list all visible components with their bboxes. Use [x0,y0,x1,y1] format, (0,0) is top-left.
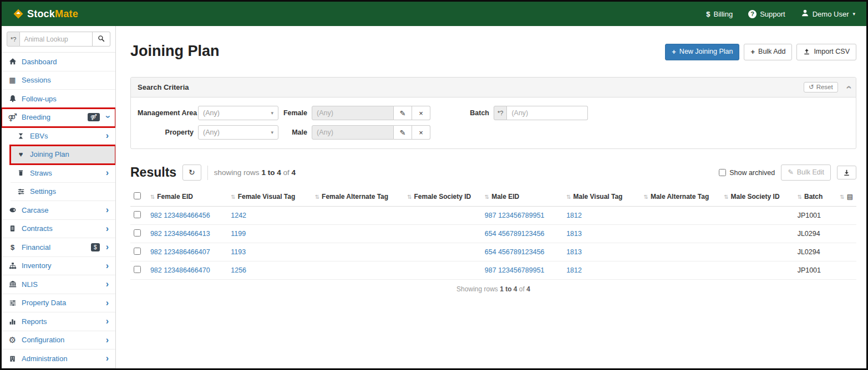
male-visual-tag-link[interactable]: 1813 [566,230,582,238]
refresh-button[interactable]: ↻ [182,165,201,181]
sort-icon: ⇅ [150,194,155,200]
bank-icon [7,280,18,288]
chevron-right-icon: › [106,317,110,326]
batch-input[interactable] [507,106,588,120]
female-eid-link[interactable]: 982 123486466413 [150,230,210,238]
property-select[interactable]: (Any) ▾ [198,125,278,140]
col-header-columns[interactable]: ⇅▤ [836,187,856,207]
male-clear-button[interactable]: × [412,125,430,140]
table-row: 982 123486466456 1242 987 123456789951 1… [130,207,856,225]
male-visual-tag-link[interactable]: 1813 [566,248,582,256]
chevron-right-icon: › [106,261,110,270]
female-clear-button[interactable]: × [412,106,430,120]
divider [207,166,208,180]
sidebar-item-sessions[interactable]: ▦ Sessions [2,71,115,90]
bulk-add-button[interactable]: + Bulk Add [744,44,792,60]
sidebar-item-reports[interactable]: Reports › [2,312,115,331]
sidebar-item-straws[interactable]: Straws › [11,164,115,183]
search-criteria-header[interactable]: Search Criteria ↺ Reset › [131,78,856,98]
sidebar-item-inventory[interactable]: Inventory › [2,257,115,276]
col-header-female-society-id[interactable]: ⇅Female Society ID [404,187,481,207]
table-grid-icon: ▦ [7,76,18,84]
download-button[interactable] [837,166,856,179]
search-criteria-panel: Search Criteria ↺ Reset › Management Are… [130,77,856,150]
support-link[interactable]: ? Support [748,10,785,18]
chevron-right-icon: › [106,299,110,307]
batch-prefix: *? [494,106,507,120]
sidebar-item-followups[interactable]: Follow-ups [2,90,115,109]
sidebar-item-breeding-settings[interactable]: Settings [11,183,115,202]
plus-icon: + [750,48,755,56]
batch-cell: JP1001 [794,207,837,225]
plus-icon: + [672,48,676,56]
batch-cell: JL0294 [794,225,837,243]
col-header-male-eid[interactable]: ⇅Male EID [481,187,563,207]
bulk-edit-button[interactable]: ✎ Bulk Edit [781,165,831,181]
male-visual-tag-link[interactable]: 1812 [566,212,582,219]
male-visual-tag-link[interactable]: 1812 [566,266,582,274]
heart-icon: ♥ [16,150,26,158]
animal-lookup-search-button[interactable] [93,32,110,47]
sidebar-item-administration[interactable]: Administration › [2,350,115,368]
table-footer: Showing rows 1 to 4 of 4 [130,285,856,293]
management-area-select[interactable]: (Any) ▾ [198,106,278,120]
col-header-male-alternate-tag[interactable]: ⇅Male Alternate Tag [641,187,721,207]
female-visual-tag-link[interactable]: 1256 [231,266,246,274]
show-archived-checkbox[interactable] [719,169,726,176]
billing-link[interactable]: $ Billing [706,10,733,18]
male-eid-link[interactable]: 654 456789123456 [485,230,545,238]
reset-button[interactable]: ↺ Reset [804,82,838,93]
sidebar-item-ebvs[interactable]: EBVs › [11,127,115,146]
male-eid-link[interactable]: 654 456789123456 [485,248,545,256]
show-archived-toggle[interactable]: Show archived [719,169,775,177]
sidebar-item-property-data[interactable]: Property Data › [2,294,115,313]
female-visual-tag-link[interactable]: 1242 [231,212,246,219]
female-visual-tag-link[interactable]: 1199 [231,230,246,238]
female-input [312,106,394,120]
col-header-female-eid[interactable]: ⇅Female EID [147,187,227,207]
hourglass-icon [16,132,26,140]
female-eid-link[interactable]: 982 123486466470 [150,266,210,274]
new-joining-plan-button[interactable]: + New Joining Plan [665,44,739,60]
col-header-male-visual-tag[interactable]: ⇅Male Visual Tag [563,187,640,207]
collapse-chevron-icon[interactable]: › [842,85,852,89]
sidebar-item-configuration[interactable]: ⚙ Configuration › [2,331,115,350]
brand-text: StockMate [27,8,78,20]
gear-icon: ⚙ [7,335,18,345]
male-eid-link[interactable]: 987 123456789951 [485,212,545,219]
male-edit-button[interactable]: ✎ [394,125,412,140]
male-eid-link[interactable]: 987 123456789951 [485,266,545,274]
brand-logo[interactable]: StockMate [14,8,78,20]
batch-input-group: *? [494,106,588,120]
clear-icon: × [419,129,423,137]
sidebar-item-breeding[interactable]: ⚤ Breeding ⚤ › [2,109,115,127]
sidebar-item-financial[interactable]: $ Financial $ › [2,238,115,257]
caret-down-icon: ▾ [271,130,273,135]
sidebar-item-contracts[interactable]: Contracts › [2,220,115,239]
female-visual-tag-link[interactable]: 1193 [231,248,246,256]
row-checkbox[interactable] [134,229,141,237]
animal-lookup-input[interactable] [20,32,93,47]
female-eid-link[interactable]: 982 123486466407 [150,248,210,256]
row-checkbox[interactable] [134,248,141,255]
sidebar-item-nlis[interactable]: NLIS › [2,275,115,294]
table-row: 982 123486466413 1199 654 456789123456 1… [130,225,856,243]
col-header-female-visual-tag[interactable]: ⇅Female Visual Tag [227,187,311,207]
col-header-female-alternate-tag[interactable]: ⇅Female Alternate Tag [312,187,404,207]
sidebar-item-joining-plan[interactable]: ♥ Joining Plan [11,146,115,165]
import-csv-button[interactable]: Import CSV [796,44,856,60]
user-menu[interactable]: Demo User ▾ [801,9,855,19]
female-eid-link[interactable]: 982 123486466456 [150,212,210,219]
chevron-right-icon: › [106,243,110,251]
female-edit-button[interactable]: ✎ [394,106,412,120]
caret-down-icon: ▾ [852,11,855,17]
sidebar-item-carcase[interactable]: Carcase › [2,201,115,220]
col-header-batch[interactable]: ⇅Batch [794,187,837,207]
row-checkbox[interactable] [134,266,141,273]
search-icon [98,35,105,44]
select-all-checkbox[interactable] [134,192,141,199]
sidebar-item-dashboard[interactable]: Dashboard [2,53,115,71]
download-icon [843,169,850,176]
row-checkbox[interactable] [134,211,141,218]
col-header-male-society-id[interactable]: ⇅Male Society ID [720,187,794,207]
